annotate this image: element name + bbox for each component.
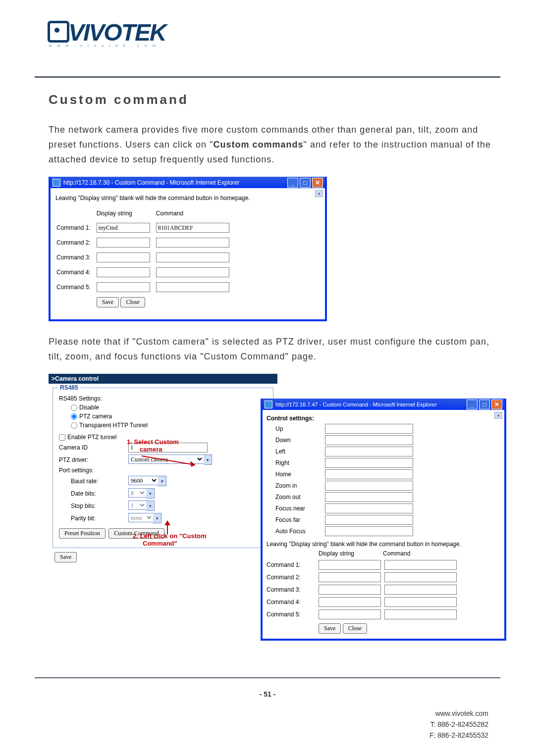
display-string-5[interactable] <box>97 282 150 292</box>
annotation-2: 2. Left click on "Custom Command" <box>133 532 206 547</box>
ctrl-zoom-in-input[interactable] <box>325 481 413 491</box>
ctrl-left-input[interactable] <box>325 447 413 456</box>
command-3[interactable] <box>156 252 229 262</box>
ctrl-auto-focus-input[interactable] <box>325 526 413 536</box>
maximize-button[interactable]: □ <box>300 178 311 188</box>
ptz-driver-select[interactable]: Custom camera <box>128 454 204 464</box>
footer-fax: F: 886-2-82455532 <box>429 730 488 741</box>
logo-o-icon <box>48 21 69 43</box>
chevron-down-icon[interactable]: ▾ <box>158 476 166 486</box>
save-button[interactable]: Save <box>319 623 341 634</box>
ctrl-right-label: Right <box>267 459 325 466</box>
ie-app-icon <box>265 401 272 408</box>
display-string-1[interactable] <box>319 560 381 570</box>
data-bits-label: Date bits: <box>71 490 128 497</box>
vivotek-logo: VIVOTEK w w w . v i v o t e k . c o m <box>49 19 166 48</box>
minimize-button[interactable]: _ <box>287 178 298 188</box>
radio-transparent-http[interactable] <box>71 422 77 429</box>
footer-contact: www.vivotek.com T: 886-2-82455282 F: 886… <box>429 708 488 741</box>
ctrl-auto-focus-label: Auto Focus <box>267 528 325 535</box>
control-settings-header: Control settings: <box>267 415 500 422</box>
footer-url: www.vivotek.com <box>429 708 488 719</box>
ie-titlebar[interactable]: http://172.16.7.30 - Custom Command - Mi… <box>51 177 325 188</box>
stop-bits-label: Stop bits: <box>71 503 128 509</box>
command-table: Display string Command Command 1: Comman… <box>55 209 235 310</box>
ctrl-up-input[interactable] <box>325 424 413 434</box>
command-5[interactable] <box>156 282 229 292</box>
command-4[interactable] <box>384 597 457 607</box>
command-2[interactable] <box>156 238 229 248</box>
table-row: Command 2: <box>56 236 234 250</box>
ctrl-zoom-in-label: Zoom in <box>267 482 325 489</box>
footer-tel: T: 886-2-82455282 <box>429 719 488 730</box>
ctrl-home-input[interactable] <box>325 469 413 479</box>
minimize-button[interactable]: _ <box>467 400 478 409</box>
port-settings-label: Port settings: <box>59 467 94 474</box>
display-string-5[interactable] <box>319 609 381 619</box>
scroll-up-icon[interactable]: ▴ <box>315 190 323 197</box>
table-row: Command 3: <box>267 585 500 595</box>
parity-bit-select[interactable]: none <box>128 513 153 522</box>
ctrl-focus-near-input[interactable] <box>325 504 413 513</box>
radio-disable[interactable] <box>71 404 77 411</box>
panel-title: >Camera control <box>49 374 277 384</box>
stop-bits-select[interactable]: 1 <box>128 501 146 510</box>
ctrl-home-label: Home <box>267 471 325 478</box>
ctrl-focus-far-label: Focus far <box>267 516 325 523</box>
hint-text: Leaving "Display string" blank will hide… <box>267 540 500 548</box>
ctrl-down-input[interactable] <box>325 435 413 445</box>
radio-ptz-camera[interactable] <box>71 413 77 420</box>
chevron-down-icon[interactable]: ▾ <box>153 513 161 523</box>
command-2[interactable] <box>384 572 457 582</box>
save-button[interactable]: Save <box>54 552 77 562</box>
ctrl-focus-near-label: Focus near <box>267 505 325 512</box>
ie-titlebar[interactable]: http://172.16.7.47 - Custom Command - Mi… <box>263 399 504 410</box>
baud-rate-select[interactable]: 9600 <box>128 476 158 485</box>
table-row: Command 1: <box>267 560 500 570</box>
ctrl-left-label: Left <box>267 448 325 455</box>
command-1[interactable] <box>156 223 229 233</box>
col-command: Command <box>383 550 472 557</box>
data-bits-select[interactable]: 8 <box>128 488 146 498</box>
display-string-2[interactable] <box>319 572 381 582</box>
col-display-string: Display string <box>319 550 383 557</box>
command-3[interactable] <box>384 585 457 595</box>
checkbox-enable-ptz-tunnel[interactable] <box>59 434 65 441</box>
close-button[interactable]: ✕ <box>491 400 502 409</box>
close-button[interactable]: Close <box>343 623 367 634</box>
display-string-3[interactable] <box>319 585 381 595</box>
chevron-down-icon[interactable]: ▾ <box>146 501 155 511</box>
table-row: Command 2: <box>267 572 500 582</box>
scroll-up-icon[interactable]: ▴ <box>494 412 502 419</box>
preset-position-button[interactable]: Preset Position <box>59 528 106 539</box>
ie-window-custom-command-2: http://172.16.7.47 - Custom Command - Mi… <box>261 399 502 641</box>
logo-subtext: w w w . v i v o t e k . c o m <box>49 43 166 48</box>
hint-text: Leaving "Display string" blank will hide… <box>55 194 320 202</box>
fieldset-legend: RS485 <box>58 384 80 391</box>
ie-app-icon <box>53 179 60 187</box>
display-string-4[interactable] <box>97 267 150 277</box>
command-1[interactable] <box>384 560 457 570</box>
command-4[interactable] <box>156 267 229 277</box>
ctrl-right-input[interactable] <box>325 458 413 468</box>
header-rule <box>35 76 500 78</box>
chevron-down-icon[interactable]: ▾ <box>146 488 155 499</box>
ctrl-down-label: Down <box>267 437 325 444</box>
page-title: Custom command <box>49 92 494 107</box>
close-button[interactable]: ✕ <box>312 178 323 188</box>
ctrl-focus-far-input[interactable] <box>325 515 413 525</box>
table-row: Command 1: <box>56 221 234 235</box>
close-button[interactable]: Close <box>120 297 145 307</box>
command-5[interactable] <box>384 609 457 619</box>
maximize-button[interactable]: □ <box>479 400 490 409</box>
ctrl-zoom-out-input[interactable] <box>325 492 413 502</box>
note-paragraph: Please note that if "Custom camera" is s… <box>49 334 494 364</box>
save-button[interactable]: Save <box>97 297 119 307</box>
display-string-3[interactable] <box>97 252 150 262</box>
display-string-1[interactable] <box>97 223 150 233</box>
footer-rule <box>35 677 500 678</box>
table-row: Command 5: <box>267 609 500 619</box>
display-string-2[interactable] <box>97 238 150 248</box>
display-string-4[interactable] <box>319 597 381 607</box>
chevron-down-icon[interactable]: ▾ <box>204 454 212 465</box>
